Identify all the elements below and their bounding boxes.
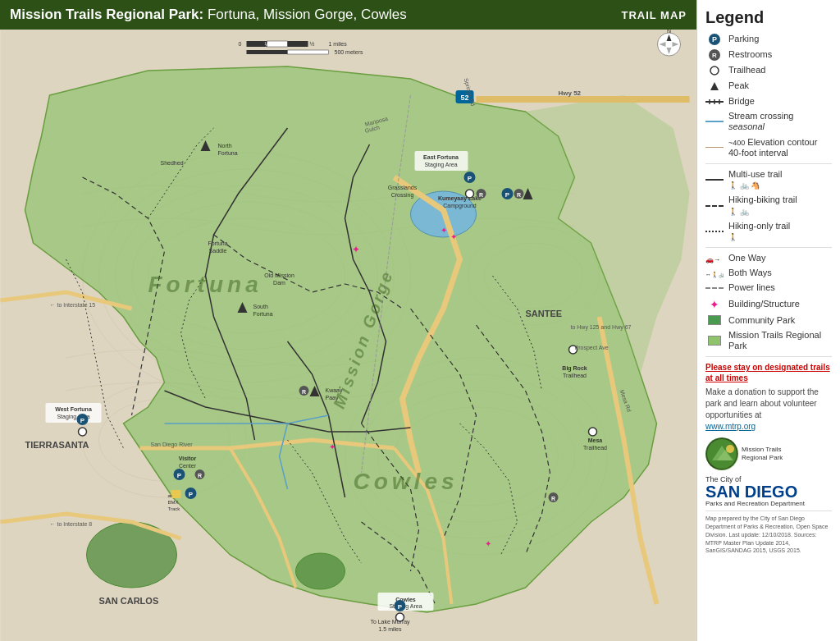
- legend-item-hikebike: Hiking-biking trail🚶 🚲: [705, 195, 832, 216]
- svg-point-74: [726, 445, 734, 453]
- svg-text:R: R: [302, 389, 306, 395]
- shedhed-label: Shedhed: [161, 160, 184, 166]
- map-area: Mission Trails Regional Park: Fortuna, M…: [0, 0, 696, 641]
- power-legend-label: Power lines: [728, 282, 775, 293]
- hikebike-legend-icon: [705, 205, 724, 207]
- legend-panel: Legend P Parking R Restrooms Trailhead P…: [696, 0, 840, 641]
- title-normal: Fortuna, Mission Gorge, Cowles: [208, 7, 407, 22]
- svg-rect-53: [247, 50, 288, 54]
- legend-item-hikeonly: Hiking-only trail🚶: [705, 221, 832, 242]
- svg-text:Crossing: Crossing: [391, 192, 414, 199]
- prospect-label: Prospect Ave: [575, 345, 609, 351]
- bridge-legend-icon: [705, 97, 724, 107]
- svg-text:Staging Area: Staging Area: [424, 162, 457, 168]
- svg-marker-63: [710, 82, 719, 90]
- lake-murray-label: To Lake Murray: [370, 619, 410, 625]
- contour-legend-label: ~400 Elevation contour40-foot interval: [728, 137, 817, 158]
- svg-text:R: R: [479, 192, 483, 198]
- svg-text:½: ½: [310, 41, 315, 47]
- peak-legend-label: Peak: [728, 80, 749, 91]
- svg-text:Paay: Paay: [326, 395, 339, 401]
- parking-legend-icon: P: [705, 34, 724, 45]
- stream-legend-icon: [705, 121, 724, 122]
- hwy-52-label: Hwy 52: [559, 89, 582, 97]
- building-legend-icon: ✦: [705, 298, 724, 311]
- svg-rect-48: [267, 41, 288, 47]
- oneway-legend-label: One Way: [728, 253, 765, 263]
- svg-text:P: P: [177, 472, 182, 479]
- legend-item-bridge: Bridge: [705, 96, 832, 107]
- fortuna-saddle-label: Fortuna: [208, 240, 227, 246]
- building-marker-south: ✦: [485, 539, 491, 548]
- bmx-area: [171, 490, 181, 498]
- south-fortuna-label: South: [253, 304, 268, 309]
- bmx-label: BMX: [168, 500, 179, 505]
- legend-title: Legend: [705, 8, 832, 27]
- legend-item-community: Community Park: [705, 315, 832, 326]
- svg-text:Trailhead: Trailhead: [583, 445, 607, 451]
- park-logo: Mission TrailsRegional Park: [705, 437, 832, 470]
- svg-text:æ: æ: [168, 493, 173, 498]
- map-title-bar: Mission Trails Regional Park: Fortuna, M…: [0, 0, 696, 30]
- building-marker-3: ✦: [450, 232, 457, 241]
- building-legend-label: Building/Structure: [728, 299, 800, 309]
- svg-text:Fortuna: Fortuna: [218, 150, 238, 156]
- building-marker-1: ✦: [352, 244, 360, 255]
- friars-label: San Diego River: [151, 442, 194, 448]
- restrooms-legend-label: Restrooms: [728, 49, 772, 60]
- svg-text:↔🚶🚲: ↔🚶🚲: [705, 271, 724, 278]
- svg-rect-54: [288, 50, 329, 54]
- svg-text:Saddle: Saddle: [209, 248, 227, 254]
- san-diego-logo: The City of SAN DIEGO Parks and Recreati…: [705, 475, 832, 507]
- svg-text:Staging Area: Staging Area: [389, 603, 422, 610]
- svg-rect-49: [288, 41, 308, 47]
- old-mission-dam-label: Old Mission: [264, 272, 294, 278]
- legend-item-restrooms: R Restrooms: [705, 49, 832, 61]
- north-fortuna-label: North: [218, 143, 232, 149]
- west-fortuna-label: West Fortuna: [55, 406, 92, 412]
- title-bold: Mission Trails Regional Park:: [10, 7, 203, 22]
- san-carlos-text: SAN CARLOS: [99, 596, 159, 606]
- svg-text:Dam: Dam: [273, 280, 285, 286]
- map-svg: 52 Fortuna Mission Gorge Cowles TIERRASA…: [0, 30, 696, 641]
- legend-item-trailhead: Trailhead: [705, 65, 832, 76]
- mtrp-url[interactable]: www.mtrp.org: [705, 422, 756, 431]
- parking-legend-label: Parking: [728, 34, 759, 44]
- map-canvas: 52 Fortuna Mission Gorge Cowles TIERRASA…: [0, 30, 696, 641]
- legend-divider-2: [705, 247, 832, 248]
- community-legend-icon: [705, 315, 724, 325]
- legend-divider-3: [705, 356, 832, 357]
- svg-text:P: P: [398, 603, 403, 611]
- svg-text:R: R: [517, 192, 521, 198]
- mesa-trailhead-label: Mesa: [588, 437, 603, 443]
- svg-text:0: 0: [239, 41, 242, 47]
- mtrp-legend-icon: [705, 336, 724, 346]
- kumeyaay-label: Kumeyaay Lake: [438, 195, 482, 202]
- svg-text:R: R: [551, 496, 555, 501]
- svg-text:Center: Center: [179, 463, 197, 469]
- svg-text:P: P: [505, 191, 510, 199]
- legend-item-parking: P Parking: [705, 34, 832, 45]
- svg-text:Campground: Campground: [443, 203, 477, 209]
- restrooms-legend-icon: R: [705, 49, 724, 61]
- cowles-label: Cowles: [354, 469, 459, 494]
- svg-text:1.5 miles: 1.5 miles: [378, 626, 402, 632]
- park-logo-circle: [705, 437, 738, 470]
- svg-text:Track: Track: [168, 506, 181, 511]
- trailhead-east-fortuna: [466, 190, 474, 198]
- svg-text:R: R: [198, 473, 202, 478]
- park-logo-text: Mission TrailsRegional Park: [742, 446, 783, 463]
- parks-dept: Parks and Recreation Department: [705, 500, 832, 507]
- big-rock-label: Big Rock: [562, 365, 587, 372]
- legend-item-peak: Peak: [705, 80, 832, 92]
- svg-text:P: P: [468, 175, 472, 182]
- legend-item-contour: ~400 Elevation contour40-foot interval: [705, 137, 832, 158]
- legend-item-mtrp: Mission Trails Regional Park: [705, 330, 832, 351]
- community-park-2: [296, 553, 345, 589]
- bothways-legend-label: Both Ways: [728, 268, 772, 278]
- svg-text:P: P: [189, 491, 194, 498]
- contour-legend-icon: [705, 147, 724, 148]
- kwaay-paay-label: Kwaay: [326, 387, 344, 394]
- svg-text:P: P: [80, 417, 85, 424]
- building-marker-2: ✦: [441, 226, 447, 235]
